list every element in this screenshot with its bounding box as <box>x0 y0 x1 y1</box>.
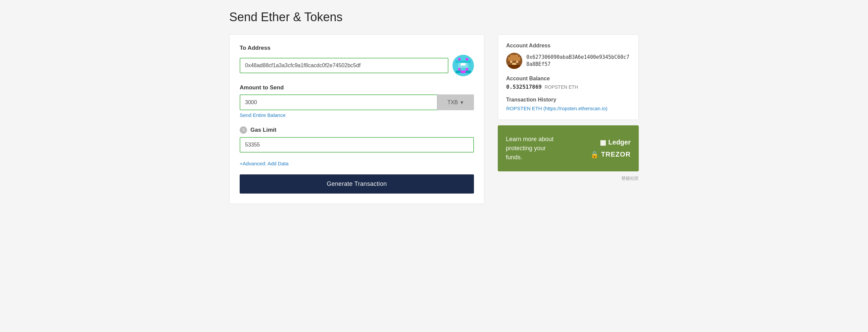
gas-limit-help-icon[interactable]: ? <box>240 126 247 134</box>
amount-label: Amount to Send <box>240 84 474 91</box>
account-balance-unit: ROPSTEN ETH <box>545 84 578 90</box>
svg-rect-3 <box>456 60 471 63</box>
ledger-logo: ▦ Ledger <box>600 138 631 146</box>
svg-rect-6 <box>458 68 461 71</box>
svg-rect-9 <box>461 71 466 73</box>
gas-limit-input[interactable] <box>240 137 474 153</box>
main-content: To Address <box>229 34 639 204</box>
svg-rect-19 <box>520 55 522 57</box>
account-avatar <box>506 53 522 69</box>
account-address-row: 0x627306090abaB3A6e1400e9345bC60c78a8BEf… <box>506 53 630 69</box>
svg-rect-2 <box>466 58 469 61</box>
trezor-label: TREZOR <box>601 150 631 158</box>
generate-transaction-button[interactable]: Generate Transaction <box>240 174 474 194</box>
account-address-label: Account Address <box>506 43 630 49</box>
gas-limit-label-row: ? Gas Limit <box>240 126 474 134</box>
ad-logos: ▦ Ledger 🔒 TREZOR <box>590 138 631 159</box>
svg-rect-1 <box>458 58 461 61</box>
account-balance-label: Account Balance <box>506 76 630 82</box>
amount-input[interactable] <box>240 94 437 110</box>
svg-rect-16 <box>512 63 516 65</box>
amount-row: TXB ▾ <box>240 94 474 110</box>
svg-rect-17 <box>508 65 520 69</box>
svg-rect-5 <box>461 63 466 66</box>
svg-rect-15 <box>516 61 518 63</box>
advanced-add-data-link[interactable]: +Advanced: Add Data <box>240 161 289 166</box>
token-select-value: TXB <box>447 100 458 106</box>
ledger-icon: ▦ <box>600 138 606 146</box>
page-title: Send Ether & Tokens <box>229 10 639 24</box>
account-balance-row: 0.532517869 ROPSTEN ETH <box>506 84 630 90</box>
svg-rect-12 <box>508 57 510 61</box>
svg-rect-13 <box>518 57 520 61</box>
ledger-label: Ledger <box>608 138 631 146</box>
ad-banner[interactable]: Learn more aboutprotecting yourfunds. ▦ … <box>498 125 639 171</box>
to-address-label: To Address <box>240 45 474 51</box>
address-row <box>240 55 474 76</box>
account-info-panel: Account Address <box>498 34 639 120</box>
send-entire-balance-link[interactable]: Send Entire Balance <box>240 112 286 118</box>
tx-history-label: Transaction History <box>506 97 630 103</box>
svg-rect-7 <box>466 68 469 71</box>
amount-group: Amount to Send TXB ▾ Send Entire Balance <box>240 84 474 118</box>
account-balance-number: 0.532517869 <box>506 84 542 90</box>
right-panel: Account Address <box>498 34 639 182</box>
svg-rect-14 <box>510 61 512 63</box>
to-address-group: To Address <box>240 45 474 76</box>
trezor-logo: 🔒 TREZOR <box>590 150 631 159</box>
footer-text: 登链社区 <box>498 175 639 182</box>
svg-rect-11 <box>510 55 518 61</box>
gas-limit-label: Gas Limit <box>250 127 276 133</box>
token-select-button[interactable]: TXB ▾ <box>437 94 474 110</box>
account-address-value: 0x627306090abaB3A6e1400e9345bC60c78a8BEf… <box>526 54 630 68</box>
ad-text: Learn more aboutprotecting yourfunds. <box>506 135 554 162</box>
tx-history-link[interactable]: ROPSTEN ETH (https://ropsten.etherscan.i… <box>506 106 608 111</box>
trezor-icon: 🔒 <box>590 150 599 159</box>
to-address-input[interactable] <box>240 58 448 73</box>
send-form-panel: To Address <box>229 34 484 204</box>
chevron-down-icon: ▾ <box>461 99 463 106</box>
gas-limit-group: ? Gas Limit <box>240 126 474 153</box>
to-address-avatar <box>453 55 474 76</box>
svg-rect-18 <box>506 55 508 57</box>
